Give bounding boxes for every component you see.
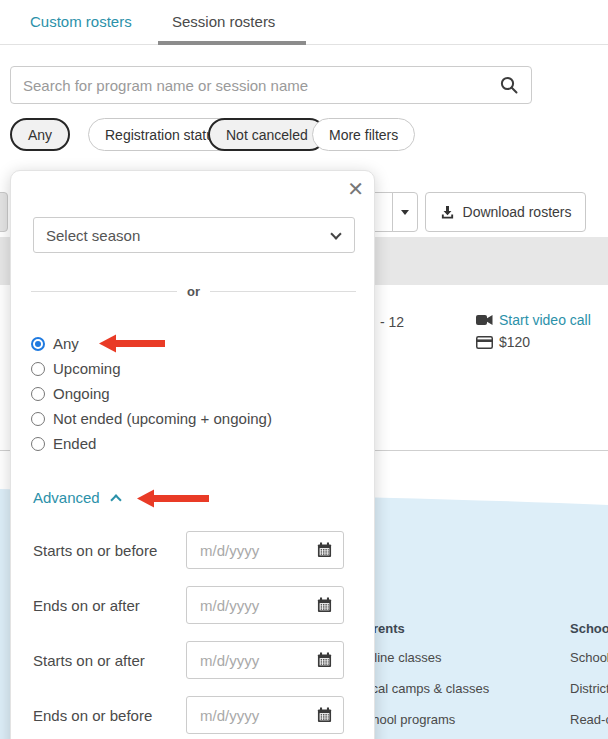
footer-link[interactable]: Read-only rosters — [570, 712, 608, 727]
caret-down-icon — [401, 210, 409, 215]
download-rosters-button[interactable]: Download rosters — [425, 192, 586, 232]
date-filter-row: Starts on or after — [33, 641, 354, 679]
date-filter-row: Starts on or before — [33, 531, 354, 569]
calendar-icon[interactable] — [317, 542, 332, 558]
session-timing-radio-group: Any Upcoming Ongoing Not ended (upcoming… — [31, 331, 272, 456]
starts-on-or-after-field[interactable] — [186, 641, 344, 679]
date-filter-row: Ends on or after — [33, 586, 354, 624]
footer-link[interactable]: School programs — [357, 712, 489, 727]
footer-column-parents: Parents Online classes Local camps & cla… — [357, 621, 489, 739]
ends-on-or-before-field[interactable] — [186, 696, 344, 734]
date-filter-label: Starts on or after — [33, 641, 145, 679]
search-icon — [500, 76, 519, 95]
search-input[interactable] — [23, 67, 493, 103]
session-detail-fragment: - 12 — [380, 314, 404, 330]
search-box[interactable] — [10, 66, 532, 104]
radio-option-ended[interactable]: Ended — [31, 431, 272, 456]
date-filter-row: Ends on or before — [33, 696, 354, 734]
footer-heading-schools: Schools — [570, 621, 608, 636]
radio-option-upcoming[interactable]: Upcoming — [31, 356, 272, 381]
chevron-down-icon — [330, 228, 341, 239]
radio-option-any[interactable]: Any — [31, 331, 272, 356]
radio-icon[interactable] — [31, 437, 45, 451]
filter-pill-not-canceled[interactable]: Not canceled — [208, 118, 326, 151]
filter-pill-more-filters[interactable]: More filters — [312, 118, 415, 151]
footer-link[interactable]: District solutions — [570, 681, 608, 696]
radio-option-not-ended[interactable]: Not ended (upcoming + ongoing) — [31, 406, 272, 431]
calendar-icon[interactable] — [317, 652, 332, 668]
chevron-up-icon — [110, 494, 121, 505]
date-filter-label: Starts on or before — [33, 531, 157, 569]
active-tab-underline — [158, 41, 306, 45]
or-label: or — [187, 284, 200, 299]
filter-pill-any[interactable]: Any — [10, 118, 70, 151]
tab-session-rosters[interactable]: Session rosters — [172, 13, 275, 30]
calendar-icon[interactable] — [317, 597, 332, 613]
tab-custom-rosters[interactable]: Custom rosters — [30, 13, 132, 30]
date-input[interactable] — [200, 587, 310, 623]
footer-column-schools: Schools School solutions District soluti… — [570, 621, 608, 739]
radio-icon[interactable] — [31, 362, 45, 376]
start-video-call-link[interactable]: Start video call — [499, 312, 591, 328]
footer-link[interactable]: Local camps & classes — [357, 681, 489, 696]
ends-on-or-after-field[interactable] — [186, 586, 344, 624]
or-divider: or — [31, 284, 356, 299]
download-rosters-label: Download rosters — [463, 204, 572, 220]
date-input[interactable] — [200, 697, 310, 733]
annotation-arrow-icon — [137, 489, 209, 508]
session-price: $120 — [499, 334, 530, 350]
credit-card-icon — [476, 336, 493, 349]
close-icon[interactable]: ✕ — [347, 177, 364, 201]
calendar-icon[interactable] — [317, 707, 332, 723]
download-icon — [440, 205, 455, 220]
footer-link[interactable]: School solutions — [570, 650, 608, 665]
starts-on-or-before-field[interactable] — [186, 531, 344, 569]
footer-link[interactable]: Online classes — [357, 650, 489, 665]
video-camera-icon — [476, 314, 493, 326]
action-caret-button[interactable] — [392, 192, 418, 232]
hidden-button-fragment[interactable] — [0, 192, 8, 232]
radio-icon[interactable] — [31, 387, 45, 401]
season-select[interactable]: Select season — [33, 217, 355, 253]
radio-selected-icon[interactable] — [31, 337, 45, 351]
date-filter-label: Ends on or after — [33, 586, 140, 624]
radio-option-ongoing[interactable]: Ongoing — [31, 381, 272, 406]
date-input[interactable] — [200, 642, 310, 678]
date-input[interactable] — [200, 532, 310, 568]
date-filter-label: Ends on or before — [33, 696, 152, 734]
footer-heading-parents: Parents — [357, 621, 489, 636]
advanced-toggle[interactable]: Advanced — [33, 489, 120, 506]
radio-icon[interactable] — [31, 412, 45, 426]
advanced-label: Advanced — [33, 489, 100, 506]
season-select-value: Select season — [46, 227, 140, 244]
action-button-fragment[interactable] — [372, 192, 393, 232]
session-filter-popover: ✕ Select season or Any Upcoming Ongoing … — [10, 170, 375, 739]
